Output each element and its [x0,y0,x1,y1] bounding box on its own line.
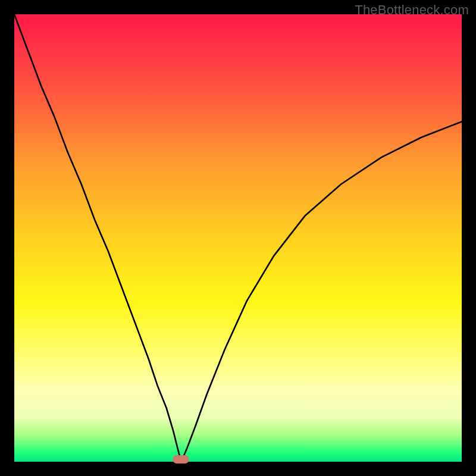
min-marker [173,455,189,464]
plot-area [14,14,462,462]
curve-svg [14,14,462,462]
curve-right-branch [181,121,462,462]
curve-left-branch [14,14,181,462]
watermark-text: TheBottleneck.com [355,2,469,18]
